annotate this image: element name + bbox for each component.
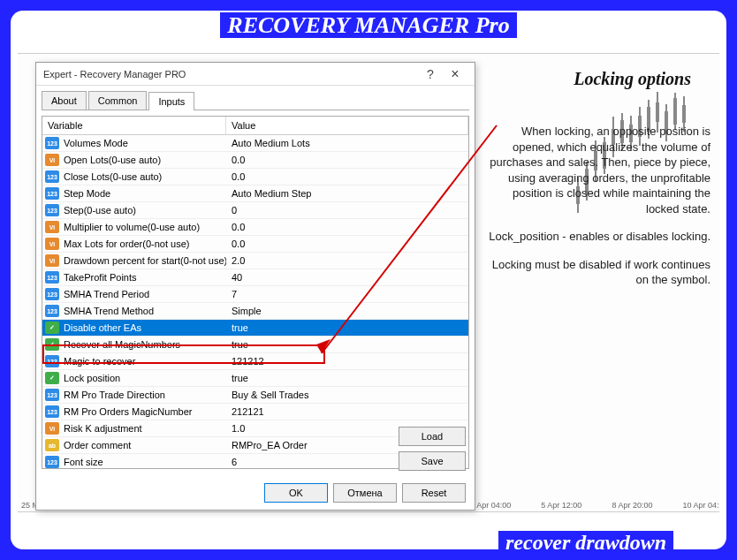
expert-dialog: Expert - Recovery Manager PRO ? × About … xyxy=(35,62,475,511)
tab-common[interactable]: Common xyxy=(88,91,148,110)
row-variable: Risk K adjustment xyxy=(62,423,226,434)
row-variable: Volumes Mode xyxy=(62,138,226,148)
tab-about[interactable]: About xyxy=(42,91,87,110)
type-icon: ab xyxy=(45,439,59,451)
row-value[interactable]: 0.0 xyxy=(226,155,468,165)
banner-footer-wrap: recover drawdown xyxy=(498,531,673,549)
input-row[interactable]: 123Magic to recover121212 xyxy=(42,353,468,370)
time-label: 8 Apr 20:00 xyxy=(612,501,652,510)
type-icon: 123 xyxy=(45,305,59,317)
row-value[interactable]: 0.0 xyxy=(226,238,468,249)
side-p3: Locking must be disabled if work continu… xyxy=(484,257,710,288)
input-row[interactable]: ✓Recover all MagicNumberstrue xyxy=(42,337,468,353)
row-variable: RM Pro Orders MagicNumber xyxy=(62,406,226,417)
ok-button[interactable]: OK xyxy=(264,483,328,503)
grid-header: Variable Value xyxy=(42,117,468,135)
input-row[interactable]: 123Step ModeAuto Medium Step xyxy=(42,185,468,202)
input-row[interactable]: ViDrawdown percent for start(0-not use)2… xyxy=(42,253,468,269)
row-variable: SMHA Trend Period xyxy=(62,289,226,299)
cancel-button[interactable]: Отмена xyxy=(333,483,397,503)
row-value[interactable]: 212121 xyxy=(226,406,468,417)
type-icon: ✓ xyxy=(45,372,59,384)
type-icon: Vi xyxy=(45,254,59,267)
row-value[interactable]: 0.0 xyxy=(226,171,468,182)
input-row[interactable]: 123RM Pro Orders MagicNumber212121 xyxy=(42,404,468,420)
input-row[interactable]: ✓Disable other EAstrue xyxy=(42,320,468,337)
banner-footer: recover drawdown xyxy=(498,531,673,549)
row-variable: Magic to recover xyxy=(62,356,226,367)
grid-body: 123Volumes ModeAuto Medium LotsViOpen Lo… xyxy=(42,135,468,469)
side-description: When locking, an opposite position is op… xyxy=(484,124,710,300)
row-variable: Multiplier to volume(0-use auto) xyxy=(62,222,226,232)
row-value[interactable]: 0.0 xyxy=(226,222,468,232)
input-row[interactable]: ViMultiplier to volume(0-use auto)0.0 xyxy=(42,219,468,236)
input-row[interactable]: 123SMHA Trend Period7 xyxy=(42,286,468,303)
side-heading: Locking options xyxy=(574,69,691,89)
reset-button[interactable]: Reset xyxy=(402,483,466,503)
help-button[interactable]: ? xyxy=(418,65,443,83)
type-icon: 123 xyxy=(45,355,59,367)
input-row[interactable]: 123RM Pro Trade DirectionBuy & Sell Trad… xyxy=(42,387,468,404)
input-row[interactable]: 123Volumes ModeAuto Medium Lots xyxy=(42,135,468,152)
promo-card: RECOVERY MANAGER Pro 25 Mar 04:0026 Mar … xyxy=(11,11,726,549)
input-row[interactable]: ViMax Lots for order(0-not use)0.0 xyxy=(42,236,468,253)
row-value[interactable]: 0 xyxy=(226,205,468,216)
dialog-titlebar[interactable]: Expert - Recovery Manager PRO ? × xyxy=(36,63,475,86)
tab-strip: About Common Inputs xyxy=(36,86,475,110)
input-row[interactable]: 123Close Lots(0-use auto)0.0 xyxy=(42,169,468,185)
type-icon: 123 xyxy=(45,137,59,149)
row-value[interactable]: Buy & Sell Trades xyxy=(226,390,468,400)
col-variable[interactable]: Variable xyxy=(42,117,226,134)
row-variable: Disable other EAs xyxy=(62,322,226,333)
row-variable: Order comment xyxy=(62,440,226,450)
banner-title: RECOVERY MANAGER Pro xyxy=(220,12,516,38)
type-icon: ✓ xyxy=(45,322,59,334)
row-variable: Close Lots(0-use auto) xyxy=(62,171,226,182)
row-variable: SMHA Trend Method xyxy=(62,306,226,316)
side-buttons: Load Save xyxy=(399,427,466,471)
input-row[interactable]: 123SMHA Trend MethodSimple xyxy=(42,303,468,320)
row-value[interactable]: Auto Medium Step xyxy=(226,188,468,199)
side-p1: When locking, an opposite position is op… xyxy=(484,124,710,216)
type-icon: 123 xyxy=(45,204,59,216)
input-row[interactable]: 123Step(0-use auto)0 xyxy=(42,202,468,219)
type-icon: Vi xyxy=(45,154,59,166)
inputs-grid: Variable Value 123Volumes ModeAuto Mediu… xyxy=(42,116,469,469)
load-button[interactable]: Load xyxy=(399,427,466,446)
input-row[interactable]: ViOpen Lots(0-use auto)0.0 xyxy=(42,152,468,169)
row-value[interactable]: 121212 xyxy=(226,356,468,367)
type-icon: 123 xyxy=(45,456,59,468)
banner-title-wrap: RECOVERY MANAGER Pro xyxy=(11,12,726,39)
row-variable: Step Mode xyxy=(62,188,226,199)
input-row[interactable]: 123TakeProfit Points40 xyxy=(42,269,468,286)
time-label: 4 Apr 04:00 xyxy=(470,501,511,510)
row-value[interactable]: true xyxy=(226,373,468,383)
row-variable: TakeProfit Points xyxy=(62,272,226,283)
row-variable: Recover all MagicNumbers xyxy=(62,339,226,350)
tab-inputs[interactable]: Inputs xyxy=(148,92,194,110)
bottom-buttons: OK Отмена Reset xyxy=(264,483,466,503)
save-button[interactable]: Save xyxy=(399,451,466,471)
row-value[interactable]: 40 xyxy=(226,272,468,283)
type-icon: 123 xyxy=(45,288,59,300)
close-button[interactable]: × xyxy=(443,65,467,83)
row-variable: Step(0-use auto) xyxy=(62,205,226,216)
row-variable: Max Lots for order(0-not use) xyxy=(62,238,226,249)
type-icon: Vi xyxy=(45,238,59,250)
row-value[interactable]: true xyxy=(226,339,468,350)
row-value[interactable]: true xyxy=(226,322,468,333)
row-variable: RM Pro Trade Direction xyxy=(62,390,226,400)
col-value[interactable]: Value xyxy=(226,117,468,134)
type-icon: Vi xyxy=(45,422,59,435)
row-value[interactable]: Auto Medium Lots xyxy=(226,138,468,148)
side-p2: Lock_position - enables or disables lock… xyxy=(484,229,710,245)
row-variable: Lock position xyxy=(62,373,226,383)
row-value[interactable]: Simple xyxy=(226,306,468,316)
row-variable: Open Lots(0-use auto) xyxy=(62,155,226,165)
input-row[interactable]: ✓Lock positiontrue xyxy=(42,370,468,387)
type-icon: 123 xyxy=(45,271,59,284)
row-value[interactable]: 7 xyxy=(226,289,468,299)
type-icon: 123 xyxy=(45,170,59,183)
dialog-title: Expert - Recovery Manager PRO xyxy=(43,69,418,79)
row-value[interactable]: 2.0 xyxy=(226,255,468,266)
